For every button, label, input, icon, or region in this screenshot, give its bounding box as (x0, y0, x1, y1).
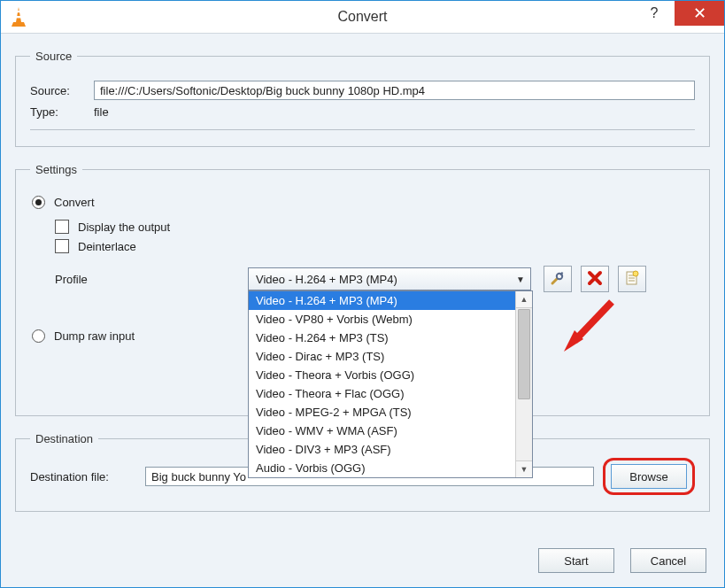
chevron-down-icon: ▼ (516, 275, 525, 284)
profile-selected-value: Video - H.264 + MP3 (MP4) (256, 273, 397, 286)
dropdown-scrollbar[interactable]: ▲ ▼ (515, 291, 532, 477)
cancel-button[interactable]: Cancel (630, 548, 706, 573)
browse-highlight-annotation: Browse (603, 458, 695, 495)
close-button[interactable]: ✕ (675, 1, 724, 26)
svg-marker-3 (12, 22, 26, 27)
scroll-up-button[interactable]: ▲ (516, 291, 532, 308)
start-button[interactable]: Start (538, 548, 614, 573)
type-value: file (94, 105, 109, 119)
profile-option[interactable]: Video - Theora + Flac (OGG) (249, 384, 515, 403)
window-title: Convert (1, 9, 724, 25)
titlebar: Convert ? ✕ (1, 1, 724, 34)
source-group: Source Source: Type: file (15, 50, 710, 147)
profile-option[interactable]: Video - VP80 + Vorbis (Webm) (249, 310, 515, 329)
profile-combo[interactable]: Video - H.264 + MP3 (MP4) ▼ Video - H.26… (248, 267, 531, 290)
dump-raw-label: Dump raw input (54, 329, 135, 343)
new-profile-button[interactable] (618, 266, 646, 292)
destination-legend: Destination (30, 432, 98, 445)
profile-combo-box[interactable]: Video - H.264 + MP3 (MP4) ▼ (248, 267, 531, 290)
vlc-cone-icon (10, 6, 27, 27)
edit-profile-button[interactable] (544, 266, 572, 292)
scroll-down-button[interactable]: ▼ (516, 460, 532, 477)
type-label: Type: (30, 105, 94, 119)
delete-x-icon (587, 270, 603, 289)
profile-option[interactable]: Video - WMV + WMA (ASF) (249, 422, 515, 440)
convert-radio-label: Convert (54, 196, 95, 209)
convert-radio[interactable] (32, 196, 45, 209)
source-legend: Source (30, 50, 77, 63)
destination-file-label: Destination file: (30, 470, 136, 484)
browse-button[interactable]: Browse (611, 464, 687, 489)
svg-marker-0 (16, 7, 21, 22)
display-output-label: Display the output (78, 220, 170, 234)
profile-option[interactable]: Video - H.264 + MP3 (TS) (249, 329, 515, 347)
svg-point-10 (633, 271, 638, 276)
convert-dialog: Convert ? ✕ Source Source: Type: file Se… (0, 0, 725, 588)
profile-label: Profile (55, 273, 248, 286)
deinterlace-label: Deinterlace (78, 240, 136, 253)
dialog-footer: Start Cancel (538, 548, 706, 573)
settings-group: Settings Convert Display the output Dein… (15, 163, 710, 416)
settings-legend: Settings (30, 163, 82, 176)
svg-rect-2 (16, 16, 21, 18)
scroll-thumb[interactable] (518, 309, 530, 399)
wrench-icon (550, 270, 566, 289)
window-buttons: ? ✕ (634, 1, 724, 33)
help-button[interactable]: ? (634, 1, 675, 26)
source-label: Source: (30, 84, 94, 97)
profile-option[interactable]: Video - H.264 + MP3 (MP4) (249, 291, 515, 310)
source-input[interactable] (94, 81, 695, 100)
profile-option[interactable]: Audio - Vorbis (OGG) (249, 459, 515, 477)
display-output-checkbox[interactable] (55, 220, 69, 234)
profile-tool-buttons (544, 266, 646, 292)
deinterlace-checkbox[interactable] (55, 239, 69, 253)
profile-dropdown: Video - H.264 + MP3 (MP4)Video - VP80 + … (248, 290, 533, 478)
profile-option[interactable]: Video - DIV3 + MP3 (ASF) (249, 440, 515, 459)
new-document-icon (624, 270, 640, 289)
divider (30, 129, 695, 130)
dump-raw-radio[interactable] (32, 329, 45, 343)
delete-profile-button[interactable] (581, 266, 609, 292)
profile-option[interactable]: Video - Theora + Vorbis (OGG) (249, 366, 515, 384)
svg-rect-1 (17, 11, 20, 12)
profile-option[interactable]: Video - Dirac + MP3 (TS) (249, 347, 515, 366)
profile-option[interactable]: Video - MPEG-2 + MPGA (TS) (249, 403, 515, 422)
profile-option-list: Video - H.264 + MP3 (MP4)Video - VP80 + … (249, 291, 515, 477)
